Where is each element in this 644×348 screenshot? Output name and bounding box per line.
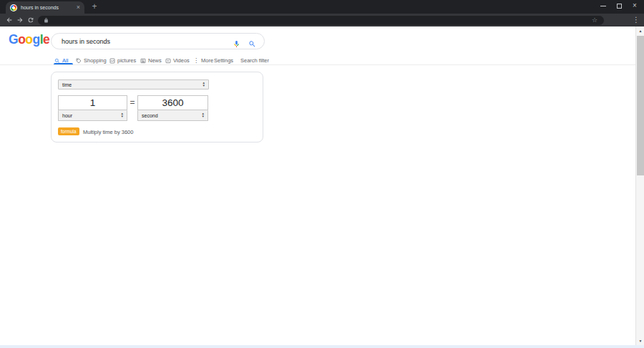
equals-sign: =: [127, 95, 137, 110]
minimize-icon: [600, 6, 606, 6]
lock-icon: [44, 18, 49, 23]
search-input[interactable]: [62, 38, 219, 45]
category-value: time: [62, 82, 203, 87]
back-button[interactable]: [4, 14, 14, 26]
address-bar[interactable]: ☆: [38, 16, 604, 25]
from-unit-value: hour: [62, 113, 121, 118]
newspaper-icon: [140, 58, 146, 64]
forward-arrow-icon: [16, 16, 24, 24]
bookmark-star-icon[interactable]: ☆: [592, 16, 597, 25]
select-arrows-icon: ▲▼: [121, 112, 124, 118]
vertical-scrollbar[interactable]: ▲ ▼: [635, 26, 644, 345]
minimize-button[interactable]: [595, 0, 611, 11]
formula-text: Multiply time by 3600: [83, 129, 133, 135]
tab-title: hours in seconds: [21, 5, 74, 10]
new-tab-button[interactable]: +: [89, 1, 100, 13]
more-dots-icon: ⋮: [193, 58, 199, 64]
forward-button[interactable]: [14, 14, 25, 26]
back-arrow-icon: [6, 16, 13, 24]
tab-favicon-google-icon: [10, 4, 17, 11]
from-unit-select[interactable]: hour ▲▼: [58, 110, 127, 121]
image-icon: [109, 58, 115, 64]
to-unit-select[interactable]: second ▲▼: [137, 110, 208, 121]
reload-button[interactable]: [25, 14, 36, 26]
formula-badge: formula: [58, 127, 79, 135]
price-tag-icon: [76, 58, 82, 64]
scroll-down-icon[interactable]: ▼: [636, 337, 644, 345]
unit-converter-card: time ▲▼ = hour ▲▼ second ▲▼ formula Mult…: [51, 72, 263, 142]
select-arrows-icon: ▲▼: [203, 82, 205, 87]
page-content: Google All Shopping pictures: [0, 26, 644, 348]
maximize-button[interactable]: [611, 0, 627, 11]
to-unit-value: second: [142, 113, 202, 118]
category-select[interactable]: time ▲▼: [58, 79, 209, 90]
browser-toolbar: ☆ ⋮: [0, 14, 644, 26]
select-arrows-icon: ▲▼: [202, 112, 205, 118]
tabs-divider: [0, 64, 635, 65]
microphone-icon[interactable]: [233, 38, 240, 46]
to-value-input[interactable]: [137, 95, 208, 110]
scroll-up-icon[interactable]: ▲: [636, 26, 644, 35]
window-controls: ×: [595, 0, 643, 11]
browser-menu-icon[interactable]: ⋮: [631, 14, 641, 26]
search-box[interactable]: [51, 33, 265, 49]
from-value-input[interactable]: [58, 95, 127, 110]
close-icon: ×: [633, 2, 637, 9]
search-submit-icon[interactable]: [248, 38, 256, 46]
maximize-icon: [617, 4, 622, 9]
tab-close-icon[interactable]: ×: [77, 4, 80, 11]
video-play-icon: [165, 58, 171, 64]
reload-icon: [27, 16, 34, 24]
window-bottom-edge: [0, 345, 644, 348]
titlebar: hours in seconds × + ×: [0, 0, 644, 14]
browser-tab[interactable]: hours in seconds ×: [6, 1, 84, 14]
google-logo[interactable]: Google: [9, 32, 49, 47]
scrollbar-thumb[interactable]: [637, 36, 644, 175]
close-window-button[interactable]: ×: [627, 0, 643, 11]
